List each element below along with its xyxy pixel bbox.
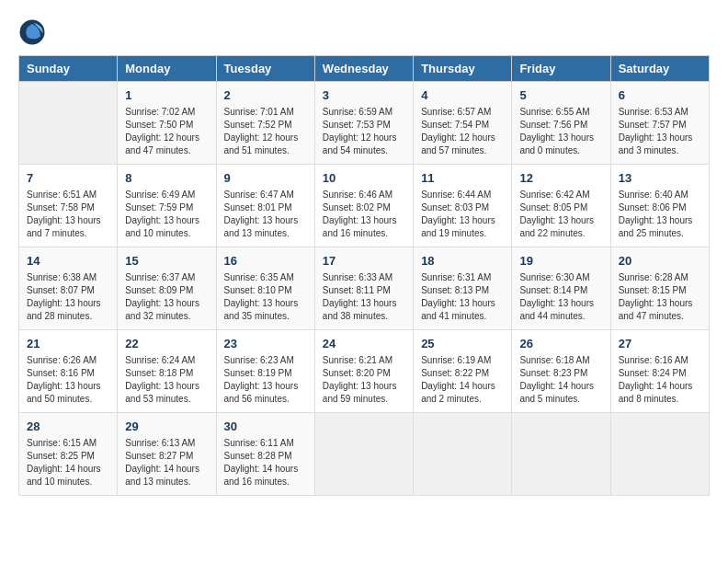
day-number: 6 (619, 87, 701, 104)
day-info: Sunrise: 6:23 AM Sunset: 8:19 PM Dayligh… (224, 354, 307, 406)
calendar-cell: 8Sunrise: 6:49 AM Sunset: 7:59 PM Daylig… (118, 165, 216, 247)
day-number: 15 (125, 253, 208, 270)
calendar-cell: 26Sunrise: 6:18 AM Sunset: 8:23 PM Dayli… (512, 330, 610, 413)
weekday-header: Sunday (19, 56, 118, 82)
calendar-cell: 3Sunrise: 6:59 AM Sunset: 7:53 PM Daylig… (314, 82, 413, 165)
day-info: Sunrise: 6:49 AM Sunset: 7:59 PM Dayligh… (125, 189, 208, 240)
weekday-header: Wednesday (314, 56, 413, 82)
calendar-cell: 21Sunrise: 6:26 AM Sunset: 8:16 PM Dayli… (19, 330, 118, 413)
day-info: Sunrise: 6:33 AM Sunset: 8:11 PM Dayligh… (323, 271, 405, 323)
calendar-cell (19, 82, 118, 165)
day-info: Sunrise: 7:02 AM Sunset: 7:50 PM Dayligh… (125, 106, 208, 157)
day-number: 12 (519, 170, 602, 187)
calendar-cell: 5Sunrise: 6:55 AM Sunset: 7:56 PM Daylig… (512, 82, 610, 165)
day-number: 8 (125, 170, 208, 187)
calendar-cell: 1Sunrise: 7:02 AM Sunset: 7:50 PM Daylig… (118, 82, 216, 165)
day-number: 28 (27, 419, 109, 435)
day-number: 9 (224, 170, 307, 187)
logo (18, 18, 50, 46)
calendar-cell: 4Sunrise: 6:57 AM Sunset: 7:54 PM Daylig… (414, 82, 512, 165)
day-number: 11 (421, 170, 504, 187)
day-number: 13 (619, 170, 701, 187)
day-number: 27 (619, 336, 701, 352)
calendar-cell: 17Sunrise: 6:33 AM Sunset: 8:11 PM Dayli… (314, 247, 413, 330)
weekday-header: Saturday (610, 56, 709, 82)
day-info: Sunrise: 6:18 AM Sunset: 8:23 PM Dayligh… (519, 354, 602, 406)
weekday-header: Thursday (414, 56, 512, 82)
day-info: Sunrise: 6:31 AM Sunset: 8:13 PM Dayligh… (421, 271, 504, 323)
day-info: Sunrise: 6:55 AM Sunset: 7:56 PM Dayligh… (519, 106, 602, 157)
day-info: Sunrise: 6:57 AM Sunset: 7:54 PM Dayligh… (421, 106, 504, 157)
day-number: 17 (323, 253, 405, 270)
day-info: Sunrise: 6:42 AM Sunset: 8:05 PM Dayligh… (519, 189, 602, 240)
calendar-cell: 27Sunrise: 6:16 AM Sunset: 8:24 PM Dayli… (610, 330, 709, 413)
weekday-header: Friday (512, 56, 610, 82)
day-number: 4 (421, 87, 504, 104)
day-info: Sunrise: 6:44 AM Sunset: 8:03 PM Dayligh… (421, 189, 504, 240)
calendar-cell: 25Sunrise: 6:19 AM Sunset: 8:22 PM Dayli… (414, 330, 512, 413)
day-number: 22 (125, 336, 208, 352)
calendar-cell: 10Sunrise: 6:46 AM Sunset: 8:02 PM Dayli… (314, 165, 413, 247)
day-number: 10 (323, 170, 405, 187)
day-info: Sunrise: 6:47 AM Sunset: 8:01 PM Dayligh… (224, 189, 307, 240)
day-info: Sunrise: 6:15 AM Sunset: 8:25 PM Dayligh… (27, 437, 109, 488)
calendar-cell: 16Sunrise: 6:35 AM Sunset: 8:10 PM Dayli… (216, 247, 314, 330)
weekday-header: Monday (118, 56, 216, 82)
day-number: 20 (619, 253, 701, 270)
calendar-cell (414, 413, 512, 496)
day-info: Sunrise: 6:46 AM Sunset: 8:02 PM Dayligh… (323, 189, 405, 240)
day-info: Sunrise: 6:26 AM Sunset: 8:16 PM Dayligh… (27, 354, 109, 406)
day-info: Sunrise: 6:53 AM Sunset: 7:57 PM Dayligh… (619, 106, 701, 157)
day-number: 3 (323, 87, 405, 104)
day-number: 14 (27, 253, 109, 270)
day-info: Sunrise: 6:16 AM Sunset: 8:24 PM Dayligh… (619, 354, 701, 406)
day-number: 23 (224, 336, 307, 352)
calendar-cell: 14Sunrise: 6:38 AM Sunset: 8:07 PM Dayli… (19, 247, 118, 330)
day-info: Sunrise: 6:51 AM Sunset: 7:58 PM Dayligh… (27, 189, 109, 240)
day-info: Sunrise: 6:24 AM Sunset: 8:18 PM Dayligh… (125, 354, 208, 406)
day-info: Sunrise: 6:13 AM Sunset: 8:27 PM Dayligh… (125, 437, 208, 488)
calendar-cell: 11Sunrise: 6:44 AM Sunset: 8:03 PM Dayli… (414, 165, 512, 247)
day-number: 16 (224, 253, 307, 270)
calendar-cell (314, 413, 413, 496)
day-info: Sunrise: 6:35 AM Sunset: 8:10 PM Dayligh… (224, 271, 307, 323)
day-info: Sunrise: 7:01 AM Sunset: 7:52 PM Dayligh… (224, 106, 307, 157)
calendar-cell: 18Sunrise: 6:31 AM Sunset: 8:13 PM Dayli… (414, 247, 512, 330)
day-info: Sunrise: 6:28 AM Sunset: 8:15 PM Dayligh… (619, 271, 701, 323)
calendar-cell: 23Sunrise: 6:23 AM Sunset: 8:19 PM Dayli… (216, 330, 314, 413)
day-info: Sunrise: 6:40 AM Sunset: 8:06 PM Dayligh… (619, 189, 701, 240)
day-number: 30 (224, 419, 307, 435)
day-number: 5 (519, 87, 602, 104)
calendar-cell: 7Sunrise: 6:51 AM Sunset: 7:58 PM Daylig… (19, 165, 118, 247)
day-number: 21 (27, 336, 109, 352)
day-info: Sunrise: 6:38 AM Sunset: 8:07 PM Dayligh… (27, 271, 109, 323)
calendar-cell (610, 413, 709, 496)
day-number: 25 (421, 336, 504, 352)
calendar-cell: 28Sunrise: 6:15 AM Sunset: 8:25 PM Dayli… (19, 413, 118, 496)
day-number: 7 (27, 170, 109, 187)
calendar: SundayMondayTuesdayWednesdayThursdayFrid… (18, 55, 710, 496)
day-number: 18 (421, 253, 504, 270)
calendar-cell: 24Sunrise: 6:21 AM Sunset: 8:20 PM Dayli… (314, 330, 413, 413)
calendar-cell: 22Sunrise: 6:24 AM Sunset: 8:18 PM Dayli… (118, 330, 216, 413)
day-info: Sunrise: 6:19 AM Sunset: 8:22 PM Dayligh… (421, 354, 504, 406)
calendar-cell: 29Sunrise: 6:13 AM Sunset: 8:27 PM Dayli… (118, 413, 216, 496)
day-number: 1 (125, 87, 208, 104)
calendar-cell: 9Sunrise: 6:47 AM Sunset: 8:01 PM Daylig… (216, 165, 314, 247)
day-info: Sunrise: 6:59 AM Sunset: 7:53 PM Dayligh… (323, 106, 405, 157)
day-number: 29 (125, 419, 208, 435)
day-number: 24 (323, 336, 405, 352)
calendar-cell: 19Sunrise: 6:30 AM Sunset: 8:14 PM Dayli… (512, 247, 610, 330)
calendar-cell: 20Sunrise: 6:28 AM Sunset: 8:15 PM Dayli… (610, 247, 709, 330)
calendar-cell: 13Sunrise: 6:40 AM Sunset: 8:06 PM Dayli… (610, 165, 709, 247)
calendar-cell (512, 413, 610, 496)
day-info: Sunrise: 6:30 AM Sunset: 8:14 PM Dayligh… (519, 271, 602, 323)
calendar-cell: 12Sunrise: 6:42 AM Sunset: 8:05 PM Dayli… (512, 165, 610, 247)
day-number: 2 (224, 87, 307, 104)
day-info: Sunrise: 6:21 AM Sunset: 8:20 PM Dayligh… (323, 354, 405, 406)
day-number: 19 (519, 253, 602, 270)
calendar-cell: 15Sunrise: 6:37 AM Sunset: 8:09 PM Dayli… (118, 247, 216, 330)
weekday-header: Tuesday (216, 56, 314, 82)
calendar-cell: 6Sunrise: 6:53 AM Sunset: 7:57 PM Daylig… (610, 82, 709, 165)
day-info: Sunrise: 6:37 AM Sunset: 8:09 PM Dayligh… (125, 271, 208, 323)
